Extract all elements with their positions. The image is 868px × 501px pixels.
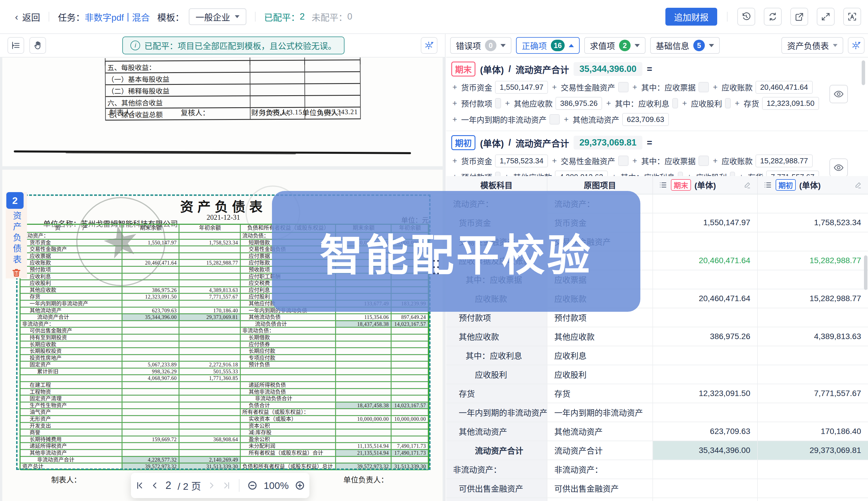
term-value[interactable]: 623,709.63 xyxy=(622,113,669,126)
end-value-cell[interactable] xyxy=(653,346,758,365)
view-on-document-button[interactable] xyxy=(829,85,848,103)
add-report-button[interactable]: 追加财报 xyxy=(666,8,717,25)
term-value[interactable]: 15,282,988.77 xyxy=(755,154,813,167)
table-row[interactable]: 交易性金融资产交易性金融资产 xyxy=(446,232,868,252)
term-value[interactable]: 20,460,471.64 xyxy=(755,81,813,94)
template-subject-cell[interactable]: 流动资产合计 xyxy=(446,441,547,460)
zoom-out-button[interactable] xyxy=(248,481,257,490)
table-row[interactable]: 一年内到期的非流动资产一年内到期的非流动资产 xyxy=(446,403,868,422)
source-item-cell[interactable]: 存货 xyxy=(547,384,653,403)
table-row[interactable]: 其中：应收利息应收利息 xyxy=(446,346,868,365)
end-value-cell[interactable]: 35,344,396.00 xyxy=(653,441,758,460)
end-value-cell[interactable] xyxy=(653,232,758,251)
begin-value-cell[interactable]: 15,282,988.77 xyxy=(758,252,868,270)
source-item-cell[interactable]: 交易性金融资产 xyxy=(547,232,653,251)
begin-value-cell[interactable] xyxy=(758,308,868,327)
source-item-cell[interactable]: 应收票据 xyxy=(547,270,653,289)
source-item-cell[interactable]: 其他应收款 xyxy=(547,327,653,346)
table-row[interactable]: 货币资金货币资金1,550,147.971,758,523.34 xyxy=(446,213,868,232)
begin-value-cell[interactable] xyxy=(758,194,868,213)
table-row[interactable]: 流动资产：流动资产： xyxy=(446,194,868,213)
last-page-button[interactable] xyxy=(222,481,231,490)
edit-icon[interactable] xyxy=(743,181,751,189)
back-button[interactable]: ‹ 返回 xyxy=(15,10,40,23)
end-value-cell[interactable] xyxy=(653,365,758,384)
template-subject-cell[interactable]: 非流动资产： xyxy=(446,460,547,479)
previous-page-button[interactable] xyxy=(150,481,159,490)
begin-value-cell[interactable] xyxy=(758,270,868,289)
table-row[interactable]: 预付款项预付款项 xyxy=(446,308,868,327)
source-item-cell[interactable]: 非流动资产： xyxy=(547,460,653,479)
refresh-button[interactable] xyxy=(764,8,782,25)
term-value-empty[interactable] xyxy=(618,156,629,166)
template-subject-cell[interactable]: 其他应收款 xyxy=(446,327,547,346)
table-row[interactable]: 可供出售金融资产可供出售金融资产 xyxy=(446,479,868,498)
tab-求值项[interactable]: 求值项2 xyxy=(584,37,646,54)
term-value-empty[interactable] xyxy=(618,82,629,92)
column-header-begin[interactable]: 期初 (单体) xyxy=(758,176,868,194)
end-value-cell[interactable] xyxy=(653,498,758,501)
end-value-cell[interactable]: 20,460,471.64 xyxy=(653,289,758,308)
text-recognition-button[interactable] xyxy=(843,8,861,25)
tab-错误项[interactable]: 错误项0 xyxy=(450,37,511,54)
thumbnail-panel-button[interactable] xyxy=(8,37,24,54)
column-header-end[interactable]: 期末 (单体) xyxy=(653,176,758,194)
history-button[interactable] xyxy=(738,8,755,25)
pdf-settings-button[interactable] xyxy=(421,37,438,54)
template-subject-cell[interactable]: 应收账款 xyxy=(446,289,547,308)
begin-value-cell[interactable]: 4,389,813.63 xyxy=(758,327,868,346)
table-row[interactable]: 非流动资产：非流动资产： xyxy=(446,460,868,479)
term-value[interactable]: 386,975.26 xyxy=(555,97,602,110)
formula-total-value[interactable]: 29,373,069.81 xyxy=(574,136,642,150)
source-item-cell[interactable]: 其他流动资产 xyxy=(547,422,653,440)
term-value-empty[interactable] xyxy=(550,114,560,125)
term-value[interactable]: 1,550,147.97 xyxy=(495,81,548,94)
end-value-cell[interactable]: 386,975.26 xyxy=(653,327,758,346)
end-value-cell[interactable] xyxy=(653,194,758,213)
source-item-cell[interactable]: 货币资金 xyxy=(547,213,653,232)
begin-value-cell[interactable] xyxy=(758,460,868,479)
begin-value-cell[interactable]: 7,771,557.67 xyxy=(758,384,868,403)
template-subject-cell[interactable]: 一年内到期的非流动资产 xyxy=(446,403,547,422)
column-header-source[interactable]: 原图项目 xyxy=(547,176,653,194)
source-item-cell[interactable]: 持有至到期投资 xyxy=(547,498,653,501)
column-header-template[interactable]: 模板科目 xyxy=(446,176,547,194)
next-page-button[interactable] xyxy=(207,481,216,490)
begin-value-cell[interactable]: 29,373,069.81 xyxy=(758,441,868,460)
tab-基础信息[interactable]: 基础信息5 xyxy=(650,37,720,54)
template-subject-cell[interactable]: 其他流动资产 xyxy=(446,422,547,440)
template-subject-cell[interactable]: 存货 xyxy=(446,384,547,403)
term-value[interactable]: 1,758,523.34 xyxy=(495,154,548,167)
term-value[interactable]: 12,323,091.50 xyxy=(762,97,819,110)
table-row[interactable]: 其他应收款其他应收款386,975.264,389,813.63 xyxy=(446,327,868,346)
template-subject-cell[interactable]: 应收票据及应收账款 xyxy=(446,252,547,270)
begin-value-cell[interactable] xyxy=(758,346,868,365)
table-row[interactable]: 存货存货12,323,091.507,771,557.67 xyxy=(446,384,868,403)
share-button[interactable] xyxy=(790,8,808,25)
source-item-cell[interactable]: 一年内到期的非流动资产 xyxy=(547,403,653,422)
source-item-cell[interactable]: 应收账款 xyxy=(547,289,653,308)
source-item-cell[interactable]: 应收利息 xyxy=(547,346,653,365)
fullscreen-button[interactable] xyxy=(817,8,835,25)
template-subject-cell[interactable]: 交易性金融资产 xyxy=(446,232,547,251)
table-row[interactable]: 持有至到期投资持有至到期投资 xyxy=(446,498,868,501)
edit-icon[interactable] xyxy=(854,181,862,189)
tab-正确项[interactable]: 正确项16 xyxy=(516,37,579,54)
view-on-document-button[interactable] xyxy=(829,159,848,177)
term-value-empty[interactable] xyxy=(725,98,731,108)
source-item-cell[interactable]: 应收股利 xyxy=(547,365,653,384)
pdf-viewer[interactable]: 五、每股收益：（一）基本每股收益（二）稀释每股收益六、其他综合收益七、综合收益总… xyxy=(0,57,445,501)
template-subject-cell[interactable]: 流动资产： xyxy=(446,194,547,213)
end-value-cell[interactable] xyxy=(653,479,758,498)
begin-value-cell[interactable] xyxy=(758,479,868,498)
source-item-cell[interactable]: 预付款项 xyxy=(547,308,653,327)
term-value-empty[interactable] xyxy=(672,98,678,108)
end-value-cell[interactable] xyxy=(653,270,758,289)
end-value-cell[interactable]: 20,460,471.64 xyxy=(653,252,758,270)
begin-value-cell[interactable] xyxy=(758,498,868,501)
source-item-cell[interactable] xyxy=(547,252,653,270)
first-page-button[interactable] xyxy=(136,481,144,490)
end-value-cell[interactable]: 1,550,147.97 xyxy=(653,213,758,232)
source-item-cell[interactable]: 流动资产合计 xyxy=(547,441,653,460)
template-subject-cell[interactable]: 预付款项 xyxy=(446,308,547,327)
